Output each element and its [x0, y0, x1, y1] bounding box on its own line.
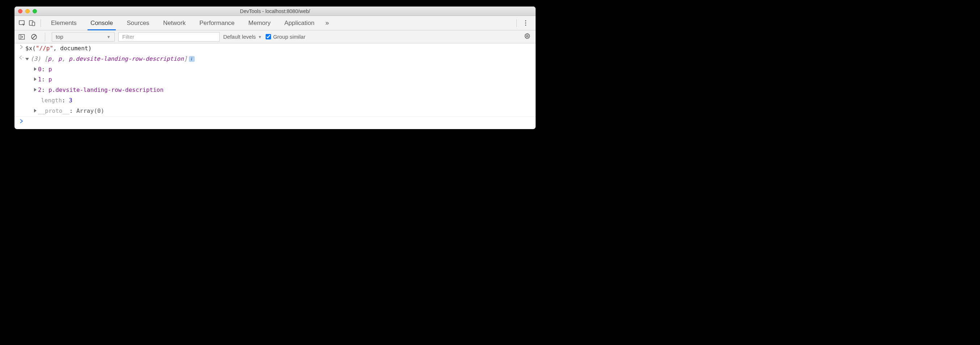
devtools-window: DevTools - localhost:8080/web/ Elements … — [14, 6, 536, 129]
console-settings-icon[interactable] — [524, 33, 531, 40]
clear-console-icon[interactable] — [30, 33, 38, 41]
svg-rect-2 — [32, 22, 35, 26]
tab-memory[interactable]: Memory — [242, 16, 277, 30]
group-similar-checkbox[interactable]: Group similar — [266, 33, 305, 40]
group-similar-label: Group similar — [273, 33, 305, 40]
input-gutter-icon — [18, 44, 25, 53]
tab-elements[interactable]: Elements — [45, 16, 83, 30]
prompt-gutter-icon — [18, 118, 25, 126]
prompt-input[interactable] — [25, 118, 532, 126]
array-item-2[interactable]: 2: p.devsite-landing-row-description — [14, 85, 536, 95]
expand-arrow-icon[interactable] — [34, 67, 37, 71]
info-icon[interactable]: i — [189, 56, 195, 62]
tab-performance[interactable]: Performance — [193, 16, 241, 30]
svg-point-7 — [527, 35, 528, 37]
array-proto[interactable]: __proto__: Array(0) — [14, 106, 536, 117]
context-selector[interactable]: top ▼ — [52, 32, 115, 41]
console-toolbar: top ▼ Default levels ▼ Group similar — [14, 30, 536, 43]
expand-arrow-icon[interactable] — [34, 88, 37, 92]
array-item-0[interactable]: 0: p — [14, 64, 536, 75]
tab-console[interactable]: Console — [84, 16, 119, 30]
levels-label: Default levels — [223, 33, 256, 40]
tab-application[interactable]: Application — [278, 16, 321, 30]
log-levels-selector[interactable]: Default levels ▼ — [223, 33, 262, 40]
svg-line-6 — [33, 35, 36, 38]
settings-menu-icon[interactable] — [520, 18, 531, 28]
maximize-window-button[interactable] — [33, 9, 37, 13]
console-output: $x("//p", document) (3) [p, p, p.devsite… — [14, 43, 536, 129]
chevron-down-icon: ▼ — [258, 35, 262, 39]
minimize-window-button[interactable] — [25, 9, 30, 13]
array-length: length: 3 — [14, 95, 536, 106]
close-window-button[interactable] — [18, 9, 22, 13]
tab-sources[interactable]: Sources — [120, 16, 156, 30]
array-item-1[interactable]: 1: p — [14, 75, 536, 85]
console-prompt[interactable] — [14, 117, 536, 129]
tab-network[interactable]: Network — [157, 16, 192, 30]
svg-point-8 — [22, 57, 23, 58]
chevron-down-icon: ▼ — [107, 35, 111, 39]
toggle-sidebar-icon[interactable] — [18, 33, 26, 41]
output-gutter-icon — [18, 55, 25, 64]
filter-input[interactable] — [118, 32, 220, 41]
group-similar-input[interactable] — [266, 34, 271, 40]
result-summary[interactable]: (3) [p, p, p.devsite-landing-row-descrip… — [25, 55, 532, 64]
console-result-row: (3) [p, p, p.devsite-landing-row-descrip… — [14, 54, 536, 64]
traffic-lights — [14, 9, 37, 13]
titlebar: DevTools - localhost:8080/web/ — [14, 6, 536, 16]
context-label: top — [56, 33, 63, 40]
more-tabs-button[interactable]: » — [322, 19, 332, 27]
tab-bar: Elements Console Sources Network Perform… — [14, 16, 536, 30]
expand-arrow-icon[interactable] — [25, 58, 29, 60]
inspect-icon[interactable] — [18, 18, 27, 28]
console-input-text[interactable]: $x("//p", document) — [25, 44, 532, 53]
expand-arrow-icon[interactable] — [34, 109, 37, 113]
separator — [516, 19, 517, 27]
device-toggle-icon[interactable] — [27, 18, 37, 28]
separator — [45, 33, 45, 41]
window-title: DevTools - localhost:8080/web/ — [14, 8, 536, 14]
expand-arrow-icon[interactable] — [34, 77, 37, 81]
console-input-row: $x("//p", document) — [14, 43, 536, 54]
